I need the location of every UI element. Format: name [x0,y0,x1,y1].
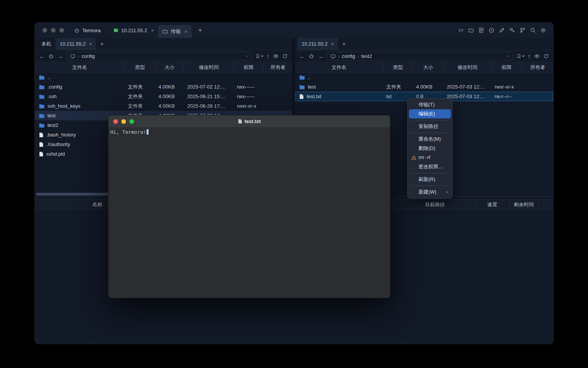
file-panel-tab[interactable]: 10.211.55.2× [297,38,338,50]
file-row[interactable]: .. [295,72,553,82]
file-owner [264,72,292,82]
column-header[interactable]: 文件名 [35,62,125,72]
home-button[interactable] [309,53,314,59]
minimize-window-button[interactable] [121,119,126,124]
refresh-button[interactable] [543,53,549,59]
menu-item-new[interactable]: 新建(W)› [409,187,451,197]
file-perms: rwx------ [234,82,264,92]
menu-item-copy-path[interactable]: 复制路径 [409,122,451,131]
editor-window-controls [113,119,134,124]
up-button[interactable]: ↑ [267,53,270,59]
file-size: 4.00KB [155,82,184,92]
close-tab-icon[interactable]: × [185,29,188,34]
bookmark-button[interactable] [516,54,524,59]
key-icon[interactable] [509,27,515,33]
close-tab-icon[interactable]: × [331,41,334,47]
back-button[interactable]: ← [299,53,305,59]
file-modified [444,72,492,82]
menu-item-chmod[interactable]: 更改权限... [409,162,451,171]
titlebar-tab[interactable]: 10.211.55.2× [109,23,158,38]
log-icon[interactable] [478,27,484,33]
right-path-breadcrumb[interactable]: ›config›test2 [327,52,513,61]
close-tab-icon[interactable]: × [151,28,154,33]
file-icon [39,142,44,147]
column-header[interactable]: 所有者 [522,62,553,72]
column-header[interactable]: 权限 [234,62,264,72]
refresh-button[interactable] [282,53,288,59]
menu-separator [411,186,449,186]
menu-item-edit[interactable]: 编辑(E) [409,109,451,118]
titlebar-tab[interactable]: 传输× [158,25,192,38]
file-name: .config [47,82,62,92]
breadcrumb-item[interactable]: config [82,53,95,59]
column-header[interactable]: 所有者 [264,62,292,72]
new-tab-button[interactable]: + [196,26,205,34]
column-header[interactable]: 大小 [413,62,444,72]
column-header[interactable]: 类型 [125,62,155,72]
new-file-tab-button[interactable]: + [338,38,350,50]
branch-icon[interactable] [519,27,526,33]
column-header[interactable]: 修改时间 [184,62,234,72]
file-row[interactable]: ssh_host_keys文件夹4.00KB2025-06-26 17:...r… [35,101,292,111]
record-icon[interactable] [488,27,495,33]
chevron-down-icon[interactable] [245,54,249,58]
column-header[interactable]: 类型 [383,62,413,72]
breadcrumb-item[interactable]: config [342,53,355,59]
zoom-window-button[interactable] [59,28,64,33]
file-panel-tab[interactable]: 10.211.55.2× [56,38,96,50]
editor-content[interactable]: Hi, Termora! [108,128,390,298]
menu-item-rename[interactable]: 重命名(M) [409,135,451,144]
breadcrumb-item[interactable]: test2 [361,53,372,59]
file-row[interactable]: .ssh文件夹4.00KB2025-06-21 15:...rwx------ [35,92,292,101]
close-window-button[interactable] [113,119,118,124]
column-header[interactable]: 修改时间 [444,62,492,72]
editor-titlebar[interactable]: test.txt [108,115,390,128]
forward-button[interactable]: → [318,53,323,59]
file-owner [264,92,292,101]
menu-item-rm-rf[interactable]: rm -rf [409,153,451,162]
left-path-breadcrumb[interactable]: ›config [67,52,252,61]
file-owner [522,72,553,82]
file-row[interactable]: .config文件夹4.00KB2025-07-02 12:...rwx----… [35,82,292,92]
zoom-window-button[interactable] [129,119,134,124]
close-window-button[interactable] [42,28,47,33]
toggle-hidden-files-button[interactable] [534,53,540,59]
bookmark-dropdown-caret [261,56,263,57]
file-name-cell: test.txt [295,92,383,101]
transfer-column-target-path: 目标路径 [395,200,475,210]
settings-icon[interactable] [540,27,546,33]
file-row[interactable]: test文件夹4.00KB2025-07-03 12:...rwxr-xr-x [295,82,553,92]
new-file-tab-button[interactable]: + [96,38,108,50]
column-header[interactable]: 大小 [155,62,184,72]
back-button[interactable]: ← [39,53,45,59]
column-header[interactable]: 文件名 [295,62,383,72]
home-button[interactable] [48,53,54,59]
toggle-hidden-files-button[interactable] [273,53,279,59]
file-panel-tab[interactable]: 本机 [37,38,56,50]
menu-item-label: 传输(T) [418,102,435,107]
menu-item-label: 新建(W) [418,189,436,195]
bookmark-button[interactable] [255,54,263,59]
app-home-tab[interactable]: Termora [74,28,101,33]
folder-outline-icon[interactable] [468,28,474,33]
file-modified: 2025-06-21 15:... [184,92,234,101]
file-name-cell: .. [35,72,125,82]
menu-item-delete[interactable]: 删除(D) [409,144,451,153]
minimize-window-button[interactable] [51,28,56,33]
column-header[interactable]: 权限 [492,62,522,72]
file-name: test [308,82,316,92]
pencil-icon[interactable] [499,27,505,33]
chevron-down-icon[interactable] [506,54,510,58]
forward-button[interactable]: → [57,53,63,59]
up-button[interactable]: ↑ [528,53,531,59]
menu-item-transfer[interactable]: 传输(T) [409,100,451,109]
menu-item-label: 编辑(E) [418,111,435,117]
tab-label: 10.211.55.2 [60,41,86,47]
menu-item-refresh[interactable]: 刷新(R) [409,175,451,184]
file-row[interactable]: .. [35,72,292,82]
search-icon[interactable] [530,27,536,33]
close-tab-icon[interactable]: × [89,41,92,47]
file-name: .. [308,72,310,82]
code-icon[interactable] [458,27,464,33]
file-name: ssh_host_keys [47,101,80,111]
